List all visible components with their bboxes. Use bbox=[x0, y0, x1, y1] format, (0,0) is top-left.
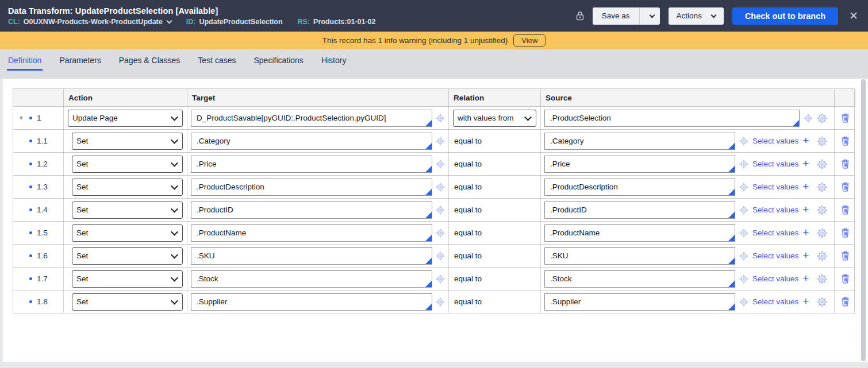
trash-icon[interactable] bbox=[841, 205, 850, 215]
trash-icon[interactable] bbox=[841, 228, 850, 238]
gear-icon[interactable] bbox=[817, 159, 827, 169]
actions-button[interactable]: Actions bbox=[669, 7, 724, 25]
collapse-toggle-icon[interactable]: ▼ bbox=[16, 115, 26, 121]
source-input[interactable] bbox=[544, 224, 735, 242]
gear-icon[interactable] bbox=[817, 274, 827, 284]
expression-builder-corner-icon[interactable] bbox=[728, 143, 735, 149]
expression-builder-corner-icon[interactable] bbox=[728, 281, 735, 287]
source-input[interactable] bbox=[544, 293, 735, 311]
expression-builder-corner-icon[interactable] bbox=[728, 212, 735, 218]
trash-icon[interactable] bbox=[841, 297, 850, 307]
tab-parameters[interactable]: Parameters bbox=[58, 55, 102, 71]
expression-builder-corner-icon[interactable] bbox=[728, 304, 735, 310]
crosshair-icon[interactable] bbox=[436, 206, 445, 215]
crosshair-icon[interactable] bbox=[436, 251, 445, 261]
select-values-link[interactable]: Select values + bbox=[752, 182, 809, 192]
select-values-link[interactable]: Select values + bbox=[752, 251, 809, 261]
crosshair-icon[interactable] bbox=[436, 274, 445, 284]
select-values-link[interactable]: Select values + bbox=[752, 136, 809, 146]
expression-builder-corner-icon[interactable] bbox=[728, 258, 735, 264]
close-icon[interactable]: ✕ bbox=[847, 9, 861, 22]
crosshair-icon[interactable] bbox=[739, 297, 748, 307]
target-input[interactable] bbox=[191, 156, 432, 173]
source-input[interactable] bbox=[544, 270, 735, 288]
expression-builder-corner-icon[interactable] bbox=[425, 281, 432, 287]
tab-pages-classes[interactable]: Pages & Classes bbox=[118, 55, 182, 71]
crosshair-icon[interactable] bbox=[436, 160, 445, 169]
expression-builder-corner-icon[interactable] bbox=[425, 143, 432, 149]
crosshair-icon[interactable] bbox=[804, 114, 813, 123]
crosshair-icon[interactable] bbox=[739, 160, 748, 169]
scrollbar-thumb[interactable] bbox=[861, 79, 866, 361]
action-select[interactable]: Set bbox=[72, 293, 183, 311]
expression-builder-corner-icon[interactable] bbox=[425, 304, 432, 310]
source-input[interactable] bbox=[544, 179, 735, 196]
target-input[interactable] bbox=[191, 133, 432, 150]
relation-select[interactable]: with values from bbox=[453, 110, 536, 127]
gear-icon[interactable] bbox=[817, 113, 827, 123]
crosshair-icon[interactable] bbox=[739, 183, 748, 192]
trash-icon[interactable] bbox=[841, 113, 850, 123]
tab-definition[interactable]: Definition bbox=[7, 55, 43, 71]
action-select[interactable]: Set bbox=[72, 202, 183, 219]
tab-specifications[interactable]: Specifications bbox=[252, 55, 304, 71]
action-select[interactable]: Set bbox=[72, 224, 183, 242]
source-input[interactable] bbox=[544, 133, 735, 150]
action-select[interactable]: Set bbox=[72, 156, 183, 173]
target-input[interactable] bbox=[191, 179, 432, 196]
expression-builder-corner-icon[interactable] bbox=[793, 120, 799, 126]
action-select[interactable]: Update Page bbox=[68, 110, 183, 127]
gear-icon[interactable] bbox=[817, 251, 827, 261]
scrollbar[interactable] bbox=[860, 79, 868, 362]
expression-builder-corner-icon[interactable] bbox=[425, 258, 432, 264]
trash-icon[interactable] bbox=[841, 274, 850, 284]
target-input[interactable] bbox=[191, 293, 432, 311]
action-select[interactable]: Set bbox=[72, 179, 183, 196]
trash-icon[interactable] bbox=[841, 136, 850, 146]
trash-icon[interactable] bbox=[841, 182, 850, 192]
source-input[interactable] bbox=[544, 110, 800, 127]
target-input[interactable] bbox=[191, 202, 432, 219]
gear-icon[interactable] bbox=[817, 136, 827, 146]
crosshair-icon[interactable] bbox=[739, 206, 748, 215]
select-values-link[interactable]: Select values + bbox=[752, 297, 809, 307]
target-input[interactable] bbox=[191, 110, 432, 127]
expression-builder-corner-icon[interactable] bbox=[728, 166, 735, 172]
crosshair-icon[interactable] bbox=[436, 114, 445, 123]
target-input[interactable] bbox=[191, 224, 432, 242]
select-values-link[interactable]: Select values + bbox=[752, 159, 809, 169]
expression-builder-corner-icon[interactable] bbox=[425, 212, 432, 218]
crosshair-icon[interactable] bbox=[436, 137, 445, 146]
trash-icon[interactable] bbox=[841, 251, 850, 261]
tab-test-cases[interactable]: Test cases bbox=[197, 55, 237, 71]
action-select[interactable]: Set bbox=[72, 247, 183, 265]
source-input[interactable] bbox=[544, 247, 735, 265]
trash-icon[interactable] bbox=[841, 159, 850, 169]
tab-history[interactable]: History bbox=[320, 55, 348, 71]
expression-builder-corner-icon[interactable] bbox=[425, 120, 432, 126]
check-out-to-branch-button[interactable]: Check out to branch bbox=[732, 7, 838, 25]
save-as-button[interactable]: Save as bbox=[593, 7, 639, 25]
crosshair-icon[interactable] bbox=[739, 274, 748, 284]
gear-icon[interactable] bbox=[817, 297, 827, 307]
action-select[interactable]: Set bbox=[72, 133, 183, 150]
gear-icon[interactable] bbox=[817, 228, 827, 238]
crosshair-icon[interactable] bbox=[739, 137, 748, 146]
crosshair-icon[interactable] bbox=[739, 251, 748, 261]
target-input[interactable] bbox=[191, 247, 432, 265]
gear-icon[interactable] bbox=[817, 205, 827, 215]
crosshair-icon[interactable] bbox=[436, 228, 445, 238]
expression-builder-corner-icon[interactable] bbox=[728, 189, 735, 195]
action-select[interactable]: Set bbox=[72, 270, 183, 288]
source-input[interactable] bbox=[544, 156, 735, 173]
expression-builder-corner-icon[interactable] bbox=[425, 189, 432, 195]
expression-builder-corner-icon[interactable] bbox=[425, 166, 432, 172]
select-values-link[interactable]: Select values + bbox=[752, 205, 809, 215]
select-values-link[interactable]: Select values + bbox=[752, 274, 809, 284]
view-warnings-button[interactable]: View bbox=[513, 34, 546, 47]
expression-builder-corner-icon[interactable] bbox=[425, 235, 432, 241]
source-input[interactable] bbox=[544, 202, 735, 219]
crosshair-icon[interactable] bbox=[739, 228, 748, 238]
save-as-menu-button[interactable] bbox=[639, 7, 660, 25]
gear-icon[interactable] bbox=[817, 182, 827, 192]
